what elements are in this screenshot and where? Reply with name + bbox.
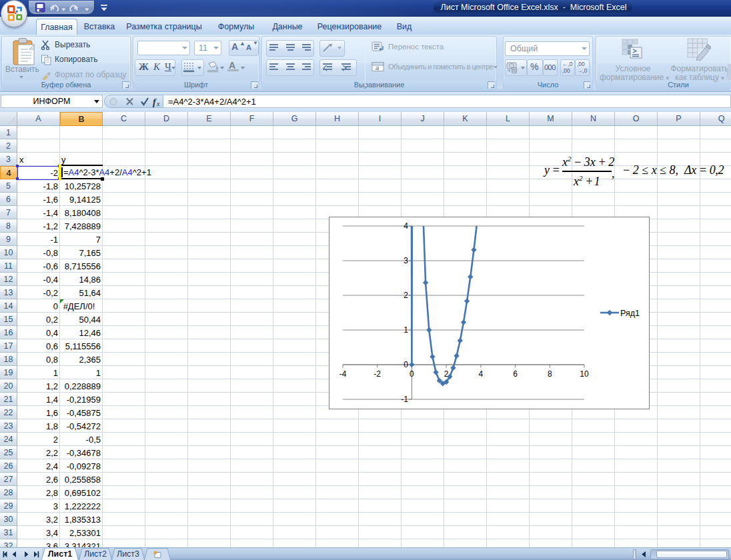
svg-text:4: 4 [404, 221, 408, 231]
svg-text:6: 6 [513, 369, 518, 379]
svg-text:0: 0 [404, 360, 408, 369]
svg-text:2: 2 [404, 291, 408, 300]
svg-text:-1: -1 [401, 395, 408, 404]
svg-text:8: 8 [548, 369, 552, 379]
svg-text:Ряд1: Ряд1 [620, 309, 640, 318]
svg-text:0: 0 [410, 369, 414, 379]
svg-text:1: 1 [404, 325, 408, 335]
svg-text:-4: -4 [339, 369, 347, 379]
svg-text:x: x [156, 100, 160, 107]
svg-text:a: a [376, 64, 379, 71]
svg-text:3: 3 [404, 256, 408, 265]
svg-text:4: 4 [479, 369, 484, 379]
svg-text:10: 10 [580, 369, 589, 379]
svg-text:-2: -2 [374, 369, 381, 379]
